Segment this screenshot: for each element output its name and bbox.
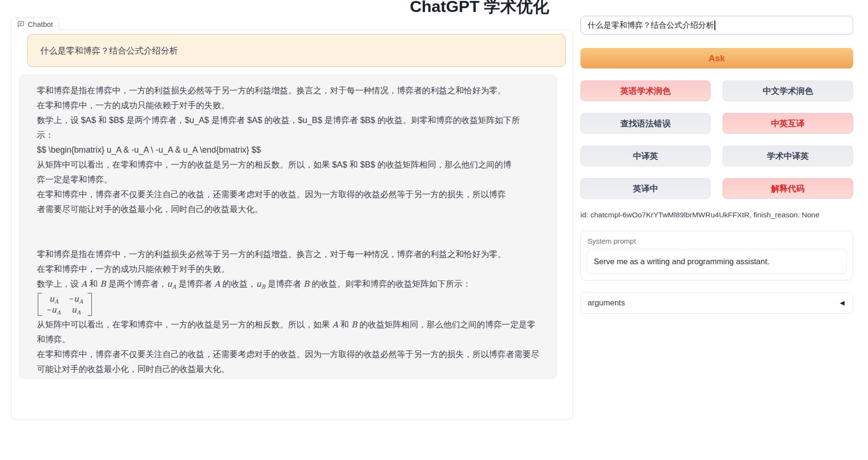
text-cursor [714,21,715,30]
ask-button[interactable]: Ask [580,48,853,68]
message-gap [37,217,539,247]
accordion-collapse-arrow-icon: ◀ [840,299,845,306]
chatbot-label-tab: Chatbot [11,17,59,30]
bot-message-rendered-text: 零和博弈是指在博弈中，一方的利益损失必然等于另一方的利益增益。换言之，对于每一种… [37,247,539,377]
question-input[interactable]: 什么是零和博弈？结合公式介绍分析 [580,16,853,34]
user-message-bubble: 什么是零和博弈？结合公式介绍分析 [27,34,566,67]
system-prompt-label: System prompt [588,237,847,245]
bot-message-bubble: 零和博弈是指在博弈中，一方的利益损失必然等于另一方的利益增益。换言之，对于每一种… [19,75,557,379]
find-grammar-errors-button[interactable]: 查找语法错误 [580,113,711,134]
user-message-text: 什么是零和博弈？结合公式介绍分析 [40,45,178,56]
zh-to-en-button[interactable]: 中译英 [580,146,711,166]
question-input-value: 什么是零和博弈？结合公式介绍分析 [588,20,714,31]
explain-code-button[interactable]: 解释代码 [723,178,853,199]
function-buttons-grid: 英语学术润色中文学术润色查找语法错误中英互译中译英学术中译英英译中解释代码 [580,80,853,199]
english-academic-polish-button[interactable]: 英语学术润色 [580,80,711,101]
chinese-academic-polish-button[interactable]: 中文学术润色 [723,80,853,101]
zh-en-mutual-translate-button[interactable]: 中英互译 [723,113,853,134]
system-prompt-input[interactable]: Serve me as a writing and programming as… [587,249,847,274]
chatbot-label: Chatbot [28,20,53,28]
chat-bubble-icon [17,21,24,28]
ask-button-label: Ask [709,53,725,64]
arguments-label: arguments [588,298,625,307]
en-to-zh-button[interactable]: 英译中 [580,178,711,199]
academic-zh-to-en-button[interactable]: 学术中译英 [723,146,853,166]
chatbot-panel: 什么是零和博弈？结合公式介绍分析 零和博弈是指在博弈中，一方的利益损失必然等于另… [11,30,573,420]
page-title: ChatGPT 学术优化 [410,0,549,16]
arguments-accordion[interactable]: arguments ◀ [580,292,853,314]
status-text: id: chatcmpl-6wOo7KrYTwMl89lbrMWRu4UkFFX… [580,211,853,219]
system-prompt-value: Serve me as a writing and programming as… [594,257,769,266]
bot-message-raw-text: 零和博弈是指在博弈中，一方的利益损失必然等于另一方的利益增益。换言之，对于每一种… [37,83,539,217]
payoff-matrix: uA−uA−uAuA [38,293,539,316]
system-prompt-card: System prompt Serve me as a writing and … [580,231,853,280]
